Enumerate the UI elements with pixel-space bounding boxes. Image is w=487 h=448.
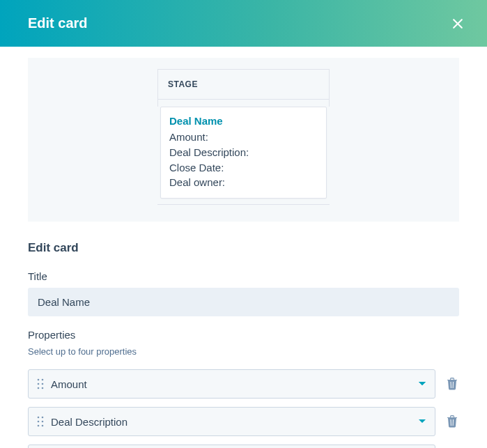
trash-icon xyxy=(447,415,458,428)
svg-point-0 xyxy=(38,379,40,381)
stage-body: Deal Name Amount: Deal Description: Clos… xyxy=(157,100,330,205)
property-row: Close Date xyxy=(28,445,459,448)
section-heading: Edit card xyxy=(28,241,459,255)
chevron-down-icon xyxy=(418,381,426,387)
card-preview-area: STAGE Deal Name Amount: Deal Description… xyxy=(28,58,459,222)
close-icon xyxy=(451,17,465,31)
properties-hint: Select up to four properties xyxy=(28,346,459,357)
stage-gap xyxy=(157,100,330,107)
drag-handle-icon[interactable] xyxy=(37,378,44,389)
svg-point-11 xyxy=(42,425,44,427)
svg-point-2 xyxy=(38,383,40,385)
trash-icon xyxy=(447,378,458,390)
property-select-deal-description[interactable]: Deal Description xyxy=(28,407,435,436)
preview-line: Deal owner: xyxy=(169,175,318,190)
title-field-block: Title Deal Name xyxy=(28,270,459,316)
svg-point-1 xyxy=(42,379,44,381)
svg-point-9 xyxy=(42,421,44,423)
svg-point-10 xyxy=(38,425,40,427)
stage-header: STAGE xyxy=(157,69,330,100)
delete-property-button[interactable] xyxy=(445,415,459,428)
property-select-close-date[interactable]: Close Date xyxy=(28,445,435,448)
modal-title: Edit card xyxy=(28,15,88,31)
title-value: Deal Name xyxy=(28,288,459,316)
title-label: Title xyxy=(28,270,459,282)
svg-point-8 xyxy=(38,421,40,423)
modal-header: Edit card xyxy=(0,0,487,47)
svg-point-4 xyxy=(38,387,40,389)
properties-block: Properties Select up to four properties … xyxy=(28,329,459,448)
property-select-text: Amount xyxy=(51,378,418,390)
svg-point-5 xyxy=(42,387,44,389)
preview-line: Deal Description: xyxy=(169,145,318,160)
close-button[interactable] xyxy=(448,14,467,33)
delete-property-button[interactable] xyxy=(445,378,459,390)
svg-point-3 xyxy=(42,383,44,385)
preview-column: STAGE Deal Name Amount: Deal Description… xyxy=(157,69,330,205)
properties-label: Properties xyxy=(28,329,459,341)
modal-body: STAGE Deal Name Amount: Deal Description… xyxy=(0,58,487,448)
preview-card-title: Deal Name xyxy=(169,115,318,127)
property-row: Deal Description xyxy=(28,407,459,436)
drag-handle-icon[interactable] xyxy=(37,416,44,427)
property-row: Amount xyxy=(28,369,459,399)
property-select-amount[interactable]: Amount xyxy=(28,369,435,399)
property-select-text: Deal Description xyxy=(51,416,418,428)
svg-point-6 xyxy=(38,417,40,419)
preview-line: Close Date: xyxy=(169,160,318,176)
deal-card-preview: Deal Name Amount: Deal Description: Clos… xyxy=(160,107,327,199)
chevron-down-icon xyxy=(418,419,426,424)
preview-line: Amount: xyxy=(169,130,318,145)
svg-point-7 xyxy=(42,417,44,419)
